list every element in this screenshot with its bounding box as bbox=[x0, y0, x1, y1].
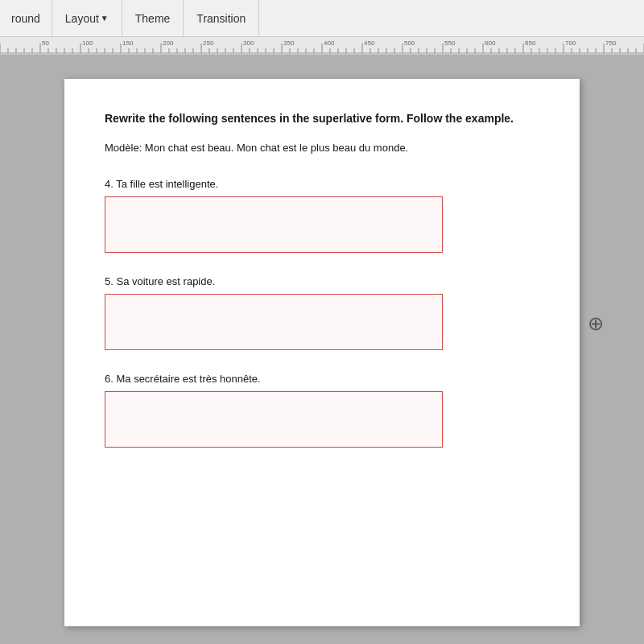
move-cursor-icon: ⊕ bbox=[588, 312, 604, 335]
toolbar-item-transition[interactable]: Transition bbox=[184, 0, 259, 36]
svg-text:300: 300 bbox=[243, 39, 254, 47]
instruction-title: Rewrite the following sentences in the s… bbox=[105, 111, 539, 127]
ruler: // We'll draw ruler marks inline via SVG… bbox=[0, 37, 644, 55]
model-text: Modèle: Mon chat est beau. Mon chat est … bbox=[105, 140, 539, 156]
toolbar: round Layout Theme Transition bbox=[0, 0, 644, 37]
svg-text:50: 50 bbox=[42, 39, 49, 47]
question-label-4: 4. Ta fille est intelligente. bbox=[105, 178, 539, 190]
svg-text:750: 750 bbox=[605, 39, 617, 47]
question-label-6: 6. Ma secrétaire est très honnête. bbox=[105, 373, 539, 385]
question-text-4: Ta fille est intelligente. bbox=[116, 178, 218, 190]
question-item-4: 4. Ta fille est intelligente. bbox=[105, 178, 539, 253]
svg-text:450: 450 bbox=[364, 39, 375, 47]
question-number-6: 6. bbox=[105, 373, 116, 385]
slide: Rewrite the following sentences in the s… bbox=[64, 79, 580, 626]
answer-box-4[interactable] bbox=[105, 196, 443, 253]
svg-text:100: 100 bbox=[82, 39, 93, 47]
question-number-5: 5. bbox=[105, 275, 116, 287]
svg-text:350: 350 bbox=[283, 39, 295, 47]
toolbar-item-round[interactable]: round bbox=[0, 0, 52, 36]
toolbar-theme-label: Theme bbox=[135, 12, 171, 25]
toolbar-item-layout[interactable]: Layout bbox=[52, 0, 122, 36]
toolbar-round-label: round bbox=[11, 12, 40, 25]
svg-text:150: 150 bbox=[122, 39, 134, 47]
svg-text:700: 700 bbox=[565, 39, 576, 47]
svg-text:500: 500 bbox=[404, 39, 415, 47]
toolbar-transition-label: Transition bbox=[196, 12, 246, 25]
svg-text:550: 550 bbox=[444, 39, 456, 47]
main-area: Rewrite the following sentences in the s… bbox=[0, 55, 644, 644]
svg-text:400: 400 bbox=[324, 39, 335, 47]
toolbar-item-theme[interactable]: Theme bbox=[122, 0, 184, 36]
svg-text:600: 600 bbox=[485, 39, 496, 47]
question-text-6: Ma secrétaire est très honnête. bbox=[116, 373, 260, 385]
answer-box-5[interactable] bbox=[105, 294, 443, 350]
svg-text:200: 200 bbox=[163, 39, 174, 47]
question-item-6: 6. Ma secrétaire est très honnête. bbox=[105, 373, 539, 448]
svg-text:650: 650 bbox=[525, 39, 536, 47]
question-text-5: Sa voiture est rapide. bbox=[116, 275, 215, 287]
svg-text:250: 250 bbox=[203, 39, 214, 47]
question-label-5: 5. Sa voiture est rapide. bbox=[105, 275, 539, 287]
question-item-5: 5. Sa voiture est rapide. bbox=[105, 275, 539, 350]
answer-box-6[interactable] bbox=[105, 391, 443, 448]
toolbar-layout-label: Layout bbox=[65, 12, 99, 25]
question-number-4: 4. bbox=[105, 178, 116, 190]
